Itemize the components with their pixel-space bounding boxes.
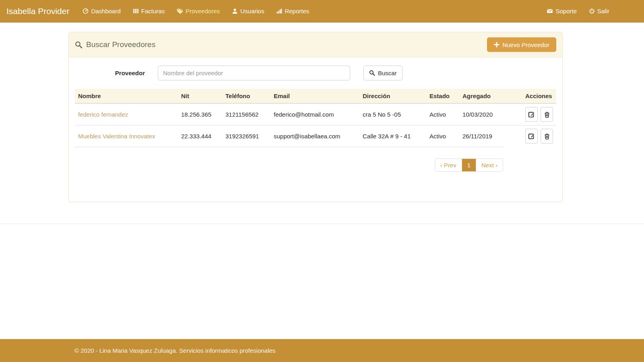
col-header-email: Email (270, 89, 359, 103)
provider-name-input[interactable] (158, 66, 350, 80)
pagination-page-1[interactable]: 1 (462, 159, 476, 171)
col-header-direccion: Dirección (359, 89, 426, 103)
nav-label: Soporte (555, 8, 577, 14)
trash-icon (544, 133, 550, 140)
nav-label: Facturas (141, 8, 165, 14)
nav-item-proveedores[interactable]: Proveedores (171, 0, 226, 22)
nav-label: Salir (597, 8, 609, 14)
row-actions (525, 129, 553, 144)
brand[interactable]: Isabella Provider (6, 0, 69, 22)
provider-name-link[interactable]: federico fernandez (78, 111, 128, 118)
edit-button[interactable] (525, 107, 538, 122)
cell-agregado: 10/03/2020 (459, 103, 522, 125)
main-nav: Dashboard Facturas Proveedores Usuarios … (76, 0, 315, 22)
cell-telefono: 3192326591 (222, 125, 270, 147)
content-footer-divider (0, 224, 644, 224)
main-container: Buscar Proveedores Nuevo Proveedor Prove… (68, 32, 563, 202)
copyright-text: © 2020 - Lina Maria Vasquez Zuluaga. Ser… (74, 347, 275, 354)
page-title-text: Buscar Proveedores (86, 40, 155, 49)
col-header-estado: Estado (426, 89, 459, 103)
bar-chart-icon (276, 8, 282, 14)
nav-label: Proveedores (186, 8, 220, 14)
col-header-acciones: Acciones (522, 89, 556, 103)
trash-icon (544, 111, 550, 118)
row-actions (525, 107, 553, 122)
nav-item-soporte[interactable]: Soporte (541, 0, 583, 22)
col-header-telefono: Teléfono (222, 89, 270, 103)
cell-agregado: 26/11/2019 (459, 125, 522, 147)
barcode-icon (133, 8, 139, 14)
pagination: ‹ Prev 1 Next › (435, 158, 503, 172)
envelope-icon (547, 8, 553, 14)
user-icon (232, 8, 238, 14)
pagination-next[interactable]: Next › (476, 159, 503, 171)
page-footer: © 2020 - Lina Maria Vasquez Zuluaga. Ser… (0, 339, 644, 362)
table-bottom-divider (75, 147, 503, 147)
dashboard-icon (83, 8, 89, 14)
top-navbar: Isabella Provider Dashboard Facturas Pro… (0, 0, 644, 23)
delete-button[interactable] (541, 107, 553, 122)
cell-direccion: cra 5 No 5 -05 (359, 103, 426, 125)
plus-icon (494, 42, 500, 47)
search-icon (369, 70, 375, 76)
page-title: Buscar Proveedores (75, 40, 155, 49)
panel-heading: Buscar Proveedores Nuevo Proveedor (69, 32, 562, 58)
nav-item-reportes[interactable]: Reportes (270, 0, 315, 22)
col-header-nit: Nit (178, 89, 222, 103)
cell-email: federico@hotmail.com (270, 103, 359, 125)
tags-icon (177, 8, 183, 14)
cell-telefono: 3121156562 (222, 103, 270, 125)
edit-icon (528, 111, 535, 118)
nav-item-usuarios[interactable]: Usuarios (226, 0, 270, 22)
secondary-nav: Soporte Salir (541, 0, 638, 22)
cell-nit: 18.256.365 (178, 103, 222, 125)
providers-table: Nombre Nit Teléfono Email Dirección Esta… (75, 89, 556, 147)
col-header-nombre: Nombre (75, 89, 178, 103)
cell-direccion: Calle 32A # 9 - 41 (359, 125, 426, 147)
nav-label: Reportes (285, 8, 309, 14)
edit-button[interactable] (525, 129, 538, 144)
table-row: Muebles Valentina Innovatex 22.333.444 3… (75, 125, 556, 147)
nav-item-facturas[interactable]: Facturas (127, 0, 171, 22)
table-header-row: Nombre Nit Teléfono Email Dirección Esta… (75, 89, 556, 103)
power-icon (589, 8, 595, 14)
new-provider-button[interactable]: Nuevo Proveedor (487, 37, 556, 52)
new-provider-label: Nuevo Proveedor (502, 41, 549, 48)
provider-field-label: Proveedor (75, 70, 145, 76)
cell-estado: Activo (426, 125, 459, 147)
nav-label: Dashboard (91, 8, 120, 14)
cell-estado: Activo (426, 103, 459, 125)
edit-icon (528, 133, 535, 140)
col-header-agregado: Agregado (459, 89, 522, 103)
nav-item-dashboard[interactable]: Dashboard (76, 0, 126, 22)
provider-search-form: Proveedor Buscar (75, 66, 556, 80)
pagination-prev[interactable]: ‹ Prev (435, 159, 462, 171)
search-button[interactable]: Buscar (363, 66, 402, 80)
provider-name-link[interactable]: Muebles Valentina Innovatex (78, 133, 155, 140)
cell-nit: 22.333.444 (178, 125, 222, 147)
table-row: federico fernandez 18.256.365 3121156562… (75, 103, 556, 125)
nav-label: Usuarios (240, 8, 264, 14)
search-icon (75, 41, 83, 49)
pagination-container: ‹ Prev 1 Next › (75, 158, 503, 172)
providers-panel: Buscar Proveedores Nuevo Proveedor Prove… (68, 32, 563, 202)
cell-email: support@isabellaea.com (270, 125, 359, 147)
search-button-label: Buscar (378, 70, 397, 76)
delete-button[interactable] (541, 129, 553, 144)
nav-item-salir[interactable]: Salir (583, 0, 615, 22)
panel-body: Proveedor Buscar Nombre Nit (69, 58, 562, 202)
